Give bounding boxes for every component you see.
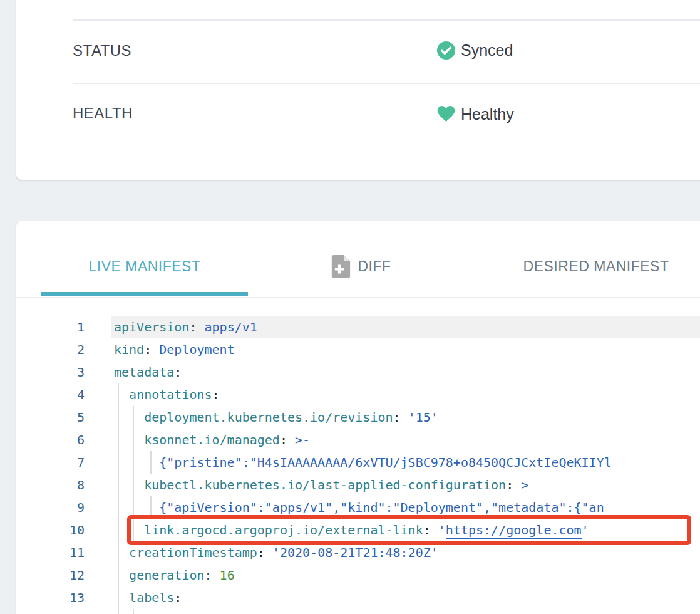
code-line-12: 12 generation: 16 <box>16 564 700 586</box>
active-tab-underline <box>41 292 248 296</box>
code-line-13: 13 labels: <box>16 586 700 609</box>
code-token: : <box>280 432 295 447</box>
resource-summary-card: STATUS Synced HEALTH Healthy <box>16 0 700 180</box>
line-content: {"pristine":"H4sIAAAAAAAA/6xVTU/jSBC978+… <box>111 451 700 474</box>
line-content: metadata: <box>111 361 700 383</box>
tab-desired-manifest[interactable]: DESIRED MANIFEST <box>523 256 669 276</box>
line-number: 13 <box>16 586 85 609</box>
line-content: {"apiVersion":"apps/v1","kind":"Deployme… <box>111 496 700 519</box>
line-content: apiVersion: apps/v1 <box>111 316 700 338</box>
code-token: labels <box>129 590 174 605</box>
code-token: '2020-08-21T21:48:20Z' <box>272 545 438 560</box>
line-content: link.argocd.argoproj.io/external-link: '… <box>111 519 700 541</box>
line-content: annotations: <box>111 383 700 406</box>
tab-desired-manifest-label: DESIRED MANIFEST <box>523 256 669 276</box>
line-number: 2 <box>16 338 85 361</box>
manifest-card: LIVE MANIFEST DIFF DESIRED MANIFEST 1api… <box>16 221 700 614</box>
health-row-label: HEALTH <box>73 104 133 123</box>
code-line-6: 6 ksonnet.io/managed: >- <box>16 429 700 451</box>
code-token: metadata <box>114 365 174 380</box>
code-token: : <box>393 410 408 425</box>
code-token: : <box>423 523 438 538</box>
code-token: creationTimestamp <box>129 545 257 560</box>
line-content: ksonnet.io/managed: >- <box>111 429 700 451</box>
code-token: link.argocd.argoproj.io/external-link <box>144 523 423 538</box>
line-number: 4 <box>16 383 85 406</box>
line-number: 11 <box>16 541 85 564</box>
status-row-value: Synced <box>437 38 513 63</box>
code-line-11: 11 creationTimestamp: '2020-08-21T21:48:… <box>16 541 700 564</box>
line-content: kind: Deployment <box>111 338 700 361</box>
code-line-10: 10 link.argocd.argoproj.io/external-link… <box>16 519 700 541</box>
diff-file-icon <box>331 255 350 278</box>
argocd-resource-panel: STATUS Synced HEALTH Healthy <box>0 0 700 614</box>
code-token: generation <box>129 568 204 583</box>
code-token: {"apiVersion":"apps/v1","kind":"Deployme… <box>159 500 604 515</box>
code-line-9: 9 {"apiVersion":"apps/v1","kind":"Deploy… <box>16 496 700 519</box>
line-number: 1 <box>16 316 85 338</box>
line-content: generation: 16 <box>111 564 700 586</box>
heart-icon <box>437 105 455 123</box>
line-content: kubectl.kubernetes.io/last-applied-confi… <box>111 474 700 496</box>
code-token: ksonnet.io/managed <box>144 432 280 447</box>
line-number: 9 <box>16 496 85 519</box>
code-token: : <box>144 342 159 357</box>
line-number: 5 <box>16 406 85 429</box>
code-token: : <box>506 477 521 492</box>
line-number: 3 <box>16 361 85 383</box>
code-line-2: 2kind: Deployment <box>16 338 700 361</box>
code-line-8: 8 kubectl.kubernetes.io/last-applied-con… <box>16 474 700 496</box>
tab-diff-label: DIFF <box>358 256 391 276</box>
code-token: annotations <box>129 387 212 402</box>
yaml-editor[interactable]: 1apiVersion: apps/v12kind: Deployment3me… <box>16 299 700 614</box>
row-divider <box>73 19 700 21</box>
status-row-label: STATUS <box>73 41 131 60</box>
code-token: > <box>521 477 528 492</box>
code-token: {"pristine":"H4sIAAAAAAAA/6xVTU/jSBC978+… <box>159 455 611 470</box>
tab-live-manifest-label: LIVE MANIFEST <box>88 256 200 276</box>
code-lines: 1apiVersion: apps/v12kind: Deployment3me… <box>16 299 700 614</box>
code-line-3: 3metadata: <box>16 361 700 383</box>
code-token: apiVersion <box>114 320 189 335</box>
code-token: '15' <box>408 410 438 425</box>
line-content: labels: <box>111 586 700 609</box>
code-line-7: 7 {"pristine":"H4sIAAAAAAAA/6xVTU/jSBC97… <box>16 451 700 474</box>
code-token: : <box>257 545 272 560</box>
tab-live-manifest[interactable]: LIVE MANIFEST <box>88 256 200 276</box>
line-number: 8 <box>16 474 85 496</box>
code-token: apps/v1 <box>205 320 257 335</box>
row-divider <box>73 83 700 84</box>
line-number: 7 <box>16 451 85 474</box>
code-line-1: 1apiVersion: apps/v1 <box>16 316 700 338</box>
code-token: ' <box>582 523 589 538</box>
code-token: : <box>174 590 182 605</box>
code-token: ' <box>438 523 446 538</box>
code-token: : <box>189 320 204 335</box>
code-token: Deployment <box>159 342 234 357</box>
line-number: 12 <box>16 564 85 586</box>
code-token: : <box>205 568 220 583</box>
health-text: Healthy <box>461 105 514 123</box>
tabs-bottom-border <box>16 297 700 298</box>
code-token: : <box>174 365 182 380</box>
code-token: deployment.kubernetes.io/revision <box>144 410 393 425</box>
line-number: 10 <box>16 519 85 541</box>
code-line-4: 4 annotations: <box>16 383 700 406</box>
line-content <box>111 609 700 614</box>
code-token: kind <box>114 342 144 357</box>
line-content: creationTimestamp: '2020-08-21T21:48:20Z… <box>111 541 700 564</box>
external-link-url[interactable]: https://google.com <box>446 523 582 539</box>
code-line-14: 14 <box>16 609 700 614</box>
health-row-value: Healthy <box>437 101 514 127</box>
code-token: : <box>212 387 220 402</box>
tab-diff[interactable]: DIFF <box>331 256 391 276</box>
status-text: Synced <box>461 41 513 60</box>
line-content: deployment.kubernetes.io/revision: '15' <box>111 406 700 429</box>
code-line-5: 5 deployment.kubernetes.io/revision: '15… <box>16 406 700 429</box>
check-circle-icon <box>437 41 455 60</box>
line-number: 14 <box>16 609 85 614</box>
code-token: >- <box>295 432 310 447</box>
line-number: 6 <box>16 429 85 451</box>
code-token: kubectl.kubernetes.io/last-applied-confi… <box>144 477 506 492</box>
code-token: 16 <box>220 568 235 583</box>
